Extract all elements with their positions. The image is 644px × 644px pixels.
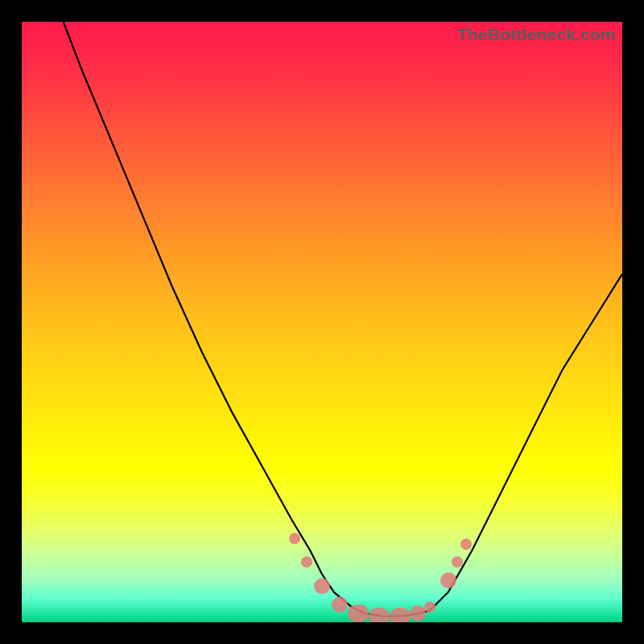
data-marker xyxy=(301,556,312,568)
data-marker xyxy=(440,572,456,588)
plot-area: TheBottleneck.com xyxy=(22,22,622,622)
data-marker xyxy=(348,605,369,622)
data-marker xyxy=(369,608,390,622)
watermark-text: TheBottleneck.com xyxy=(457,25,616,44)
marker-layer xyxy=(22,22,622,622)
chart-frame: TheBottleneck.com xyxy=(0,0,644,644)
data-marker xyxy=(314,578,330,594)
data-marker xyxy=(460,539,472,550)
data-marker xyxy=(390,608,411,622)
data-marker xyxy=(424,601,436,613)
data-marker xyxy=(452,556,463,568)
data-marker xyxy=(332,597,348,613)
data-marker xyxy=(289,533,300,544)
